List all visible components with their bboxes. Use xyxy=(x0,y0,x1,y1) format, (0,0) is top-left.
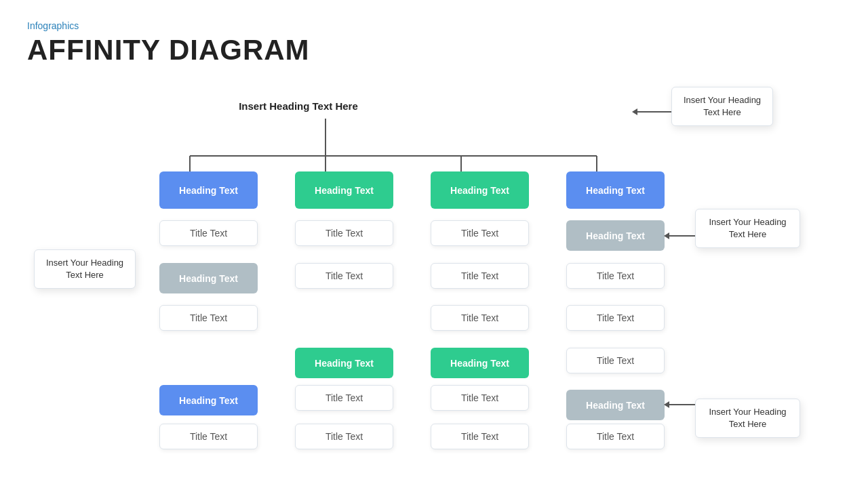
col1-heading1: Heading Text xyxy=(159,171,258,209)
col3-title2: Title Text xyxy=(431,263,529,289)
col2-title3: Title Text xyxy=(295,385,393,411)
col3-title1: Title Text xyxy=(431,220,529,246)
col4-title2: Title Text xyxy=(566,305,665,331)
col2-heading1: Heading Text xyxy=(295,171,393,209)
col2-title4: Title Text xyxy=(295,424,393,449)
col3-title4: Title Text xyxy=(431,385,529,411)
col3-title5: Title Text xyxy=(431,424,529,449)
svg-marker-14 xyxy=(664,232,669,239)
col1-heading3: Heading Text xyxy=(159,385,258,415)
col2-title1: Title Text xyxy=(295,220,393,246)
col3-heading2: Heading Text xyxy=(431,348,529,378)
col2-title2: Title Text xyxy=(295,263,393,289)
annot-top-right: Insert Your Heading Text Here xyxy=(671,87,773,126)
svg-marker-16 xyxy=(664,401,669,408)
annot-mid-right: Insert Your Heading Text Here xyxy=(695,209,800,248)
main-title: AFFINITY DIAGRAM xyxy=(27,34,841,66)
page: Infographics AFFINITY DIAGRAM Insert Hea… xyxy=(0,0,868,488)
col4-heading2: Heading Text xyxy=(566,220,665,251)
col1-title1: Title Text xyxy=(159,220,258,246)
col3-title3: Title Text xyxy=(431,305,529,331)
col4-heading3: Heading Text xyxy=(566,390,665,420)
col4-heading1: Heading Text xyxy=(566,171,665,209)
col3-heading1: Heading Text xyxy=(431,171,529,209)
col4-title3: Title Text xyxy=(566,348,665,373)
annot-left: Insert Your Heading Text Here xyxy=(34,249,136,289)
col1-heading2: Heading Text xyxy=(159,263,258,293)
label-infographics: Infographics xyxy=(27,20,841,31)
center-heading: Insert Heading Text Here xyxy=(210,100,387,112)
col1-title2: Title Text xyxy=(159,305,258,331)
col4-title4: Title Text xyxy=(566,424,665,449)
annot-bottom-right: Insert Your Heading Text Here xyxy=(695,399,800,438)
col4-title1: Title Text xyxy=(566,263,665,289)
svg-marker-10 xyxy=(632,108,637,115)
col1-title3: Title Text xyxy=(159,424,258,449)
col2-heading2: Heading Text xyxy=(295,348,393,378)
